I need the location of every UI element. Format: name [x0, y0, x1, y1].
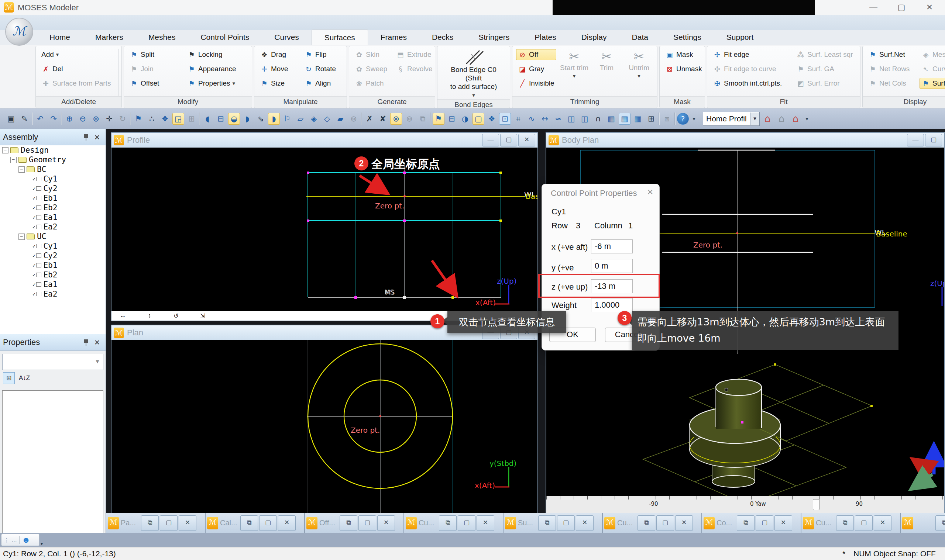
tab-frames[interactable]: Frames: [368, 29, 419, 45]
tab-restore-button[interactable]: ⧉: [936, 515, 945, 531]
toolbar-icon[interactable]: [32, 112, 33, 125]
tab-close-button[interactable]: ✕: [675, 515, 693, 531]
tree-item-bc-eb1[interactable]: ✓Eb1: [0, 193, 106, 203]
tab-settings[interactable]: Settings: [661, 29, 714, 45]
trim-off-button[interactable]: ⊘Off: [516, 49, 556, 60]
tree-item-uc[interactable]: −UC: [0, 232, 106, 241]
window-tab-su[interactable]: ℳ Su... ⧉ ▢ ✕: [504, 513, 603, 533]
tab-stringers[interactable]: Stringers: [466, 29, 522, 45]
tab-data[interactable]: Data: [620, 29, 661, 45]
toolbar-icon[interactable]: [61, 112, 62, 125]
show-points-icon[interactable]: ✘: [377, 113, 389, 125]
tree-item-bc[interactable]: −BC: [0, 165, 106, 174]
tab-maximize-button[interactable]: ▢: [458, 515, 475, 531]
tab-restore-button[interactable]: ⧉: [240, 515, 258, 531]
split-button[interactable]: ⚑Split: [128, 49, 179, 60]
redo-icon[interactable]: ↷: [48, 113, 59, 125]
trim-button[interactable]: ✂Trim: [592, 49, 621, 96]
tab-curves[interactable]: Curves: [262, 29, 311, 45]
curve-button[interactable]: ➴Curve: [920, 63, 945, 74]
tab-close-button[interactable]: ✕: [774, 515, 792, 531]
d-section-icon[interactable]: ◗: [241, 113, 253, 125]
flip-button[interactable]: ⚑Flip: [302, 49, 338, 60]
table-icon[interactable]: ▦: [605, 113, 617, 125]
tab-restore-button[interactable]: ⧉: [737, 515, 754, 531]
rings-gray-icon[interactable]: ⊚: [404, 113, 415, 125]
fit-edge-button[interactable]: ✢Fit edge: [711, 49, 788, 60]
user-icon[interactable]: ☻: [22, 535, 30, 545]
diamond-outline-icon[interactable]: ◇: [321, 113, 333, 125]
control-points-icon[interactable]: ∴: [146, 113, 157, 125]
surf-net-button[interactable]: ⚑Surf.Net: [866, 49, 914, 60]
properties-button[interactable]: ⚑Properties: [185, 78, 238, 89]
window-tab-pa[interactable]: ℳ Pa... ⧉ ▢ ✕: [106, 513, 206, 533]
chain-icon[interactable]: ⧉: [417, 113, 429, 125]
tab-plates[interactable]: Plates: [522, 29, 569, 45]
body-plan-maximize-button[interactable]: ▢: [925, 134, 942, 146]
pin-icon[interactable]: [83, 339, 89, 346]
flag-outline-icon[interactable]: ⚐: [281, 113, 293, 125]
tab-control-points[interactable]: Control Points: [188, 29, 262, 45]
grid-x-icon[interactable]: ⌗: [512, 113, 524, 125]
profile-view-dropdown[interactable]: Home Profil ▼: [703, 112, 760, 126]
tab-close-button[interactable]: ✕: [576, 515, 594, 531]
tree-item-uc-ea2[interactable]: ✓Ea2: [0, 289, 106, 299]
calculator-icon[interactable]: ⊞: [645, 113, 657, 125]
revolve-button[interactable]: §Revolve: [394, 63, 435, 74]
toolbar-overflow2-icon[interactable]: ▾: [803, 113, 811, 125]
frame-icon[interactable]: ⊞: [186, 113, 197, 125]
toolbar-icon[interactable]: [658, 112, 660, 125]
tree-item-uc-eb1[interactable]: ✓Eb1: [0, 260, 106, 270]
offset-button[interactable]: ⚑Offset: [128, 78, 179, 89]
skin-button[interactable]: ✿Skin: [353, 49, 388, 60]
home-view-icon[interactable]: ⌂: [775, 112, 788, 125]
mesh-diamond-icon[interactable]: ◈: [308, 113, 320, 125]
window-tab-cu1[interactable]: ℳ Cu... ⧉ ▢ ✕: [404, 513, 504, 533]
toolbar-icon[interactable]: [199, 112, 200, 125]
dimension-icon[interactable]: ↔: [539, 113, 551, 125]
toolbar-overflow-icon[interactable]: ▾: [690, 113, 698, 125]
tab-maximize-button[interactable]: ▢: [656, 515, 674, 531]
hide-points-icon[interactable]: ✗: [364, 113, 375, 125]
weight-field-input[interactable]: [591, 298, 633, 312]
save-icon[interactable]: ▣: [5, 113, 17, 125]
half-section-icon[interactable]: ◒: [228, 113, 240, 125]
rotate-view-icon[interactable]: ↺: [171, 312, 181, 320]
pan-horizontal-icon[interactable]: ↔: [118, 312, 128, 320]
profile-canvas[interactable]: Zero pt. WL Baseline MS z(Up) x(Aft) 2 全…: [111, 148, 538, 311]
sheet-icon[interactable]: ▰: [335, 113, 346, 125]
cube-link-icon[interactable]: ⧈: [661, 113, 673, 125]
toolbar-icon[interactable]: [361, 112, 362, 125]
home-add-icon[interactable]: ⌂: [761, 112, 774, 125]
shield-icon[interactable]: ❖: [159, 113, 171, 125]
tab-restore-button[interactable]: ⧉: [638, 515, 655, 531]
net-cols-button[interactable]: ⚑Net Cols: [866, 78, 914, 89]
window-tab-cu3[interactable]: ℳ Cu... ⧉ ▢ ✕: [802, 513, 901, 533]
tab-surfaces[interactable]: Surfaces: [311, 29, 368, 45]
add-button[interactable]: Add: [40, 49, 113, 60]
appearance-button[interactable]: ⚑Appearance: [185, 63, 238, 74]
tab-close-button[interactable]: ✕: [377, 515, 395, 531]
snap-point-icon[interactable]: ⊗: [390, 113, 402, 125]
boxed-shield-icon[interactable]: ⊡: [499, 113, 511, 125]
profile-d-icon[interactable]: ◗: [268, 113, 280, 125]
plate-icon[interactable]: ▱: [294, 113, 307, 125]
mesh-button[interactable]: ◈Mesh: [920, 49, 945, 60]
assembly-close-icon[interactable]: ✕: [91, 133, 103, 142]
tab-maximize-button[interactable]: ▢: [358, 515, 376, 531]
mask-button[interactable]: ▣Mask: [663, 49, 704, 60]
tree-item-bc-ea2[interactable]: ✓Ea2: [0, 222, 106, 232]
body-plan-window-titlebar[interactable]: ℳ Body Plan — ▢: [546, 133, 944, 148]
window-tab-co[interactable]: ℳ Co... ⧉ ▢ ✕: [702, 513, 802, 533]
orbit-icon[interactable]: ↻: [117, 113, 128, 125]
curve-hump-icon[interactable]: ∩: [592, 113, 604, 125]
tab-restore-button[interactable]: ⧉: [141, 515, 159, 531]
undo-icon[interactable]: ↶: [34, 113, 46, 125]
tab-close-button[interactable]: ✕: [874, 515, 891, 531]
tree-item-bc-cy1[interactable]: ✓Cy1: [0, 174, 106, 184]
categorize-icon[interactable]: ⊞: [3, 372, 15, 384]
tab-display[interactable]: Display: [569, 29, 620, 45]
patch-button[interactable]: ❀Patch: [353, 78, 388, 89]
body-plan-minimize-button[interactable]: —: [907, 134, 924, 146]
size-button[interactable]: ⚑Size: [258, 78, 296, 89]
